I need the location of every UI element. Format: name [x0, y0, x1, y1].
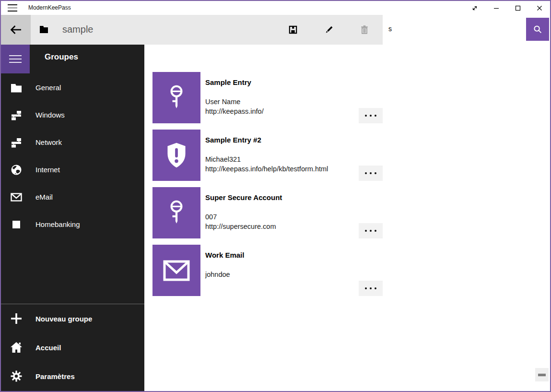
entry-list: Sample Entry User Name http://keepass.in…	[144, 45, 550, 391]
plus-icon	[10, 312, 23, 325]
fullscreen-icon	[471, 5, 478, 12]
sidebar-item-general[interactable]: General	[1, 74, 144, 101]
entry-url: http://supersecure.com	[205, 222, 276, 231]
entry-tile[interactable]	[152, 187, 200, 238]
entry-url: http://keepass.info/help/kb/testform.htm…	[205, 164, 328, 174]
magnifier-icon	[533, 24, 542, 34]
hamburger-icon	[9, 55, 22, 63]
sidebar-item-windows[interactable]: Windows	[1, 101, 144, 129]
edit-button[interactable]	[317, 18, 340, 41]
maximize-button[interactable]	[507, 1, 528, 15]
group-folder-icon	[39, 25, 48, 35]
entry-tile[interactable]	[152, 72, 200, 123]
sidebar-item-internet[interactable]: Internet	[1, 156, 144, 183]
zoom-out-button[interactable]	[535, 368, 549, 381]
key-icon	[164, 84, 189, 112]
minimize-button[interactable]	[485, 1, 507, 15]
minimize-icon	[493, 5, 499, 11]
more-button[interactable]	[359, 166, 383, 181]
sidebar-item-email[interactable]: eMail	[1, 183, 144, 211]
entry-username: johndoe	[205, 270, 230, 279]
entry-row: Work Email johndoe	[144, 245, 384, 296]
key-icon	[164, 199, 189, 227]
folder-icon	[10, 83, 23, 93]
pane-hamburger-button[interactable]	[1, 45, 30, 73]
network-icon	[10, 110, 23, 120]
entry-title: Sample Entry #2	[205, 136, 261, 144]
entry-tile[interactable]	[152, 245, 200, 296]
ellipsis-icon	[365, 230, 367, 232]
sidebar-item-homebanking[interactable]: Homebanking	[1, 211, 144, 238]
gear-icon	[10, 370, 23, 382]
mail-icon	[10, 192, 23, 202]
home-icon	[10, 342, 23, 353]
sidebar-item-network[interactable]: Network	[1, 129, 144, 156]
back-arrow-icon	[10, 24, 22, 35]
group-title: sample	[62, 15, 93, 45]
mail-icon	[163, 260, 190, 281]
search-input[interactable]	[388, 22, 523, 36]
titlebar: ModernKeePass	[1, 1, 550, 15]
settings-button[interactable]: Paramètres	[1, 362, 144, 391]
titlebar-hamburger-icon[interactable]	[8, 4, 17, 12]
home-button[interactable]: Accueil	[1, 333, 144, 362]
delete-button[interactable]	[353, 18, 376, 41]
entry-tile[interactable]	[152, 130, 200, 181]
app-window: ModernKeePass sample	[0, 0, 551, 392]
more-button[interactable]	[359, 108, 383, 123]
group-list: General Windows Network Internet	[1, 74, 144, 238]
ellipsis-icon	[365, 287, 367, 289]
sidebar-heading: Groupes	[45, 52, 78, 62]
entry-title: Sample Entry	[205, 78, 251, 86]
maximize-icon	[515, 5, 521, 11]
save-icon	[288, 24, 298, 35]
more-button[interactable]	[359, 223, 383, 238]
close-icon	[537, 5, 542, 11]
window-controls	[464, 1, 550, 15]
entry-username: User Name	[205, 97, 240, 107]
entry-title: Work Email	[205, 251, 244, 259]
ellipsis-icon	[365, 172, 367, 174]
back-button[interactable]	[1, 15, 31, 45]
app-title: ModernKeePass	[28, 1, 71, 15]
more-button[interactable]	[359, 281, 383, 296]
entry-row: Sample Entry User Name http://keepass.in…	[144, 72, 384, 123]
sidebar-actions: Nouveau groupe Accueil Paramètres	[1, 304, 144, 391]
search-button[interactable]	[526, 18, 549, 41]
new-group-button[interactable]: Nouveau groupe	[1, 304, 144, 333]
minus-icon	[538, 374, 546, 376]
trash-icon	[359, 24, 370, 35]
save-button[interactable]	[281, 18, 305, 41]
globe-icon	[10, 164, 23, 176]
entry-title: Super Secure Account	[205, 193, 282, 202]
entry-row: Super Secure Account 007 http://supersec…	[144, 187, 384, 238]
entry-username: Michael321	[205, 154, 241, 164]
ellipsis-icon	[365, 115, 367, 117]
network-icon	[10, 137, 23, 148]
pencil-icon	[324, 24, 334, 35]
search-panel	[383, 15, 550, 43]
fullscreen-button[interactable]	[464, 1, 485, 15]
entry-url: http://keepass.info/	[205, 107, 264, 116]
entry-username: 007	[205, 212, 217, 222]
close-button[interactable]	[528, 1, 550, 15]
entry-row: Sample Entry #2 Michael321 http://keepas…	[144, 130, 384, 181]
shield-exclamation-icon	[164, 142, 189, 169]
square-icon	[10, 220, 23, 229]
sidebar: Groupes General Windows Network	[1, 45, 144, 391]
